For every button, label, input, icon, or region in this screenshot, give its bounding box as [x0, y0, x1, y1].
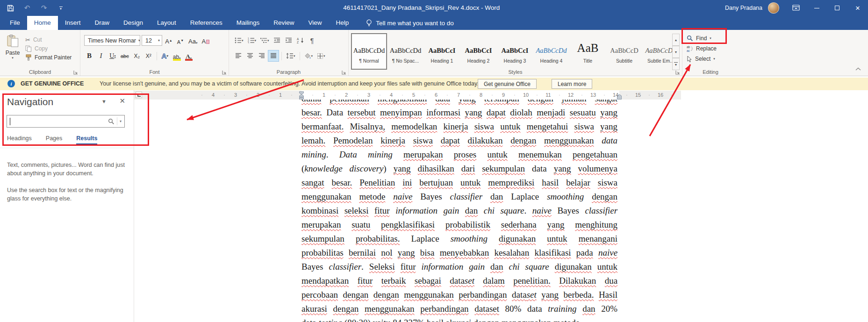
gallery-scroll-down-button[interactable]: ▼ — [672, 46, 680, 58]
format-painter-button[interactable]: Format Painter — [25, 53, 72, 62]
strikethrough-button[interactable]: abc — [119, 50, 130, 61]
borders-button[interactable]: ▾ — [316, 50, 327, 61]
style-subtitle[interactable]: AaBbCcDSubtitle — [607, 34, 642, 69]
nav-tab-pages[interactable]: Pages — [46, 135, 62, 145]
style-h1[interactable]: AaBbCcIHeading 1 — [424, 34, 459, 69]
nav-tab-results[interactable]: Results — [76, 135, 97, 145]
cut-button[interactable]: ✂ Cut — [25, 36, 42, 44]
italic-button[interactable]: I — [96, 50, 106, 61]
show-paragraph-marks-button[interactable]: ¶ — [307, 35, 317, 46]
subscript-button[interactable]: X₂ — [132, 50, 142, 61]
style-nospac[interactable]: AaBbCcDd¶ No Spac... — [388, 34, 423, 69]
gallery-scroll-up-button[interactable]: ▲ — [672, 34, 680, 46]
clipboard-dialog-launcher[interactable] — [73, 69, 79, 74]
replace-button[interactable]: abac Replace — [687, 44, 717, 53]
style-normal[interactable]: AaBbCcDd¶ Normal — [352, 34, 387, 69]
find-label: Find — [696, 35, 707, 42]
paste-button[interactable]: Paste ▾ — [3, 35, 22, 70]
tab-file[interactable]: File — [3, 16, 27, 30]
tab-insert[interactable]: Insert — [58, 16, 88, 30]
copy-button[interactable]: Copy — [25, 44, 48, 53]
ruler-tick: · — [334, 91, 336, 100]
search-dropdown-icon[interactable]: ▾ — [120, 119, 122, 123]
underline-button[interactable]: U▾ — [108, 50, 118, 61]
sort-button[interactable]: AZ — [295, 35, 306, 46]
tab-view[interactable]: View — [301, 16, 329, 30]
style-h4[interactable]: AaBbCcDdHeading 4 — [534, 34, 569, 69]
decrease-indent-button[interactable] — [272, 35, 282, 46]
collapse-ribbon-button[interactable] — [855, 64, 861, 73]
maximize-button[interactable] — [827, 0, 847, 16]
tab-home[interactable]: Home — [27, 16, 58, 30]
style-h3[interactable]: AaBbCcIHeading 3 — [497, 34, 532, 69]
paragraph-dialog-launcher[interactable] — [341, 69, 347, 74]
align-right-button[interactable] — [257, 50, 267, 61]
ruler[interactable]: ·4·3·2·1··1·2·3·4·5·6·7·8·9·10·11·12·13·… — [134, 91, 681, 100]
navigation-options-chevron[interactable]: ▼ — [101, 99, 107, 104]
increase-indent-button[interactable] — [284, 35, 294, 46]
tab-design[interactable]: Design — [116, 16, 150, 30]
text-effects-button[interactable]: A▾ — [160, 50, 170, 61]
navigation-search-input[interactable]: ▾ — [7, 115, 125, 128]
document-line: probabilitas bernilai nol yang bisa meny… — [301, 246, 617, 260]
bullets-button[interactable]: ▾ — [233, 35, 245, 46]
tab-draw[interactable]: Draw — [88, 16, 117, 30]
numbering-button[interactable]: 123▾ — [246, 35, 258, 46]
nav-tab-headings[interactable]: Headings — [7, 135, 32, 145]
get-genuine-office-button[interactable]: Get genuine Office — [478, 79, 537, 89]
close-button[interactable]: ✕ — [847, 0, 868, 16]
minimize-button[interactable] — [806, 0, 827, 16]
document-line: sekumpulan probabilitas. Laplace smoothi… — [301, 232, 617, 246]
font-color-button[interactable]: A▾ — [184, 50, 194, 61]
ribbon-display-options-button[interactable] — [786, 0, 806, 16]
style-h2[interactable]: AaBbCcIHeading 2 — [461, 34, 496, 69]
tab-selector[interactable] — [136, 92, 142, 98]
font-name-combo[interactable]: Times New Romar▾ — [84, 35, 140, 46]
avatar[interactable] — [768, 2, 779, 14]
search-icon[interactable] — [108, 118, 115, 125]
select-button[interactable]: Select ▾ — [687, 54, 715, 64]
document-line: akurasi dengan menggunakan perbandingan … — [301, 302, 617, 316]
hanging-indent-marker[interactable] — [299, 94, 304, 100]
bold-button[interactable]: B — [84, 50, 94, 61]
tell-me[interactable]: Tell me what you want to do — [366, 16, 454, 30]
find-dropdown-icon[interactable]: ▾ — [710, 36, 711, 40]
paste-label: Paste — [6, 50, 20, 56]
superscript-button[interactable]: X² — [143, 50, 154, 61]
font-dialog-launcher[interactable] — [222, 69, 227, 74]
align-center-button[interactable] — [245, 50, 255, 61]
quick-access-toolbar: ↶ ↷ ▾ — [6, 0, 65, 16]
qat-customize-button[interactable]: ▾ — [56, 3, 65, 13]
tab-mailings[interactable]: Mailings — [230, 16, 267, 30]
navigation-close-button[interactable]: ✕ — [119, 97, 125, 105]
style-title[interactable]: AaBTitle — [570, 34, 605, 69]
tab-layout[interactable]: Layout — [150, 16, 183, 30]
ruler-number: 7 — [457, 91, 460, 100]
document-text[interactable]: dunia pendidikan menghasilkan data yang … — [301, 92, 617, 322]
shading-button[interactable]: ▾ — [303, 50, 315, 61]
font-size-combo[interactable]: 12▾ — [142, 35, 162, 46]
paste-dropdown-icon[interactable]: ▾ — [12, 56, 14, 60]
tab-references[interactable]: References — [183, 16, 230, 30]
account-name[interactable]: Dany Pradana — [725, 5, 762, 11]
styles-dialog-launcher[interactable] — [675, 69, 681, 74]
save-button[interactable] — [6, 3, 15, 13]
multilevel-list-button[interactable]: ▾ — [259, 35, 271, 46]
align-left-button[interactable] — [233, 50, 244, 61]
redo-button[interactable]: ↷ — [39, 3, 49, 13]
dialog-launcher-icon — [675, 70, 681, 75]
justify-button[interactable] — [268, 50, 279, 61]
style-name: Title — [583, 58, 592, 64]
learn-more-button[interactable]: Learn more — [552, 79, 592, 89]
grow-font-button[interactable]: A▲ — [164, 35, 174, 46]
highlight-button[interactable]: ab▾ — [172, 50, 182, 61]
shrink-font-button[interactable]: A▼ — [175, 35, 186, 46]
tab-review[interactable]: Review — [266, 16, 301, 30]
select-dropdown-icon[interactable]: ▾ — [713, 57, 715, 61]
find-button[interactable]: Find ▾ — [687, 34, 711, 43]
tab-help[interactable]: Help — [329, 16, 356, 30]
undo-button[interactable]: ↶ — [22, 3, 32, 13]
change-case-button[interactable]: Aa▾ — [187, 35, 199, 46]
clear-formatting-button[interactable]: A — [200, 35, 211, 46]
line-spacing-button[interactable]: ▾ — [285, 50, 297, 61]
